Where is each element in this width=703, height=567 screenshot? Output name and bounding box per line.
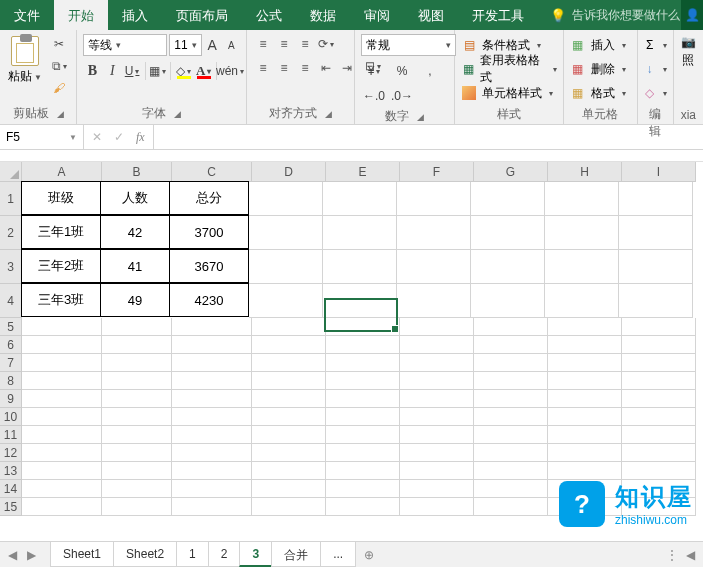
format-painter-button[interactable]: 🖌 (48, 78, 70, 98)
cell[interactable] (622, 336, 696, 354)
scroll-left-button[interactable]: ◀ (686, 548, 695, 562)
border-button[interactable]: ▦▾ (148, 61, 167, 81)
cell[interactable]: 42 (100, 215, 170, 249)
sheet-tab[interactable]: 2 (208, 542, 241, 567)
cell[interactable] (172, 480, 252, 498)
cell[interactable] (619, 284, 693, 318)
underline-button[interactable]: U▾ (123, 61, 142, 81)
cell[interactable] (548, 390, 622, 408)
cell[interactable] (326, 390, 400, 408)
row-header[interactable]: 8 (0, 372, 22, 390)
cell[interactable] (545, 182, 619, 216)
cell[interactable] (400, 444, 474, 462)
font-name-combo[interactable]: 等线▾ (83, 34, 167, 56)
namebox-dropdown-icon[interactable]: ▼ (69, 133, 77, 142)
cell[interactable] (102, 354, 172, 372)
cell[interactable] (545, 216, 619, 250)
cell[interactable] (400, 498, 474, 516)
cell[interactable] (400, 462, 474, 480)
font-size-combo[interactable]: 11▾ (169, 34, 201, 56)
cell[interactable] (471, 182, 545, 216)
tab-file[interactable]: 文件 (0, 0, 54, 30)
sheet-tab[interactable]: 合并 (271, 542, 321, 567)
cell[interactable]: 三年2班 (21, 249, 101, 283)
col-header[interactable]: A (22, 162, 102, 182)
cell[interactable] (622, 354, 696, 372)
cell[interactable] (619, 216, 693, 250)
paste-dropdown-icon[interactable]: ▼ (34, 73, 42, 82)
cell[interactable] (622, 318, 696, 336)
cell[interactable] (172, 372, 252, 390)
cell[interactable] (619, 182, 693, 216)
font-launcher[interactable]: ◢ (174, 109, 181, 119)
row-header[interactable]: 4 (0, 284, 22, 318)
cell[interactable] (249, 250, 323, 284)
copy-button[interactable]: ⧉▾ (48, 56, 70, 76)
cell[interactable] (252, 498, 326, 516)
col-header[interactable]: D (252, 162, 326, 182)
insert-function-button[interactable]: fx (136, 130, 145, 145)
cell[interactable] (102, 336, 172, 354)
cell[interactable]: 3670 (169, 249, 249, 283)
cell[interactable] (474, 408, 548, 426)
cell[interactable] (172, 390, 252, 408)
cell[interactable] (326, 318, 400, 336)
cell[interactable] (548, 318, 622, 336)
cell[interactable]: 三年3班 (21, 283, 101, 317)
cell[interactable]: 49 (100, 283, 170, 317)
sheet-tab[interactable]: Sheet1 (50, 542, 114, 567)
cell[interactable] (172, 426, 252, 444)
increase-decimal-button[interactable]: ←.0 (361, 86, 387, 106)
chevron-down-icon[interactable]: ▾ (553, 65, 557, 74)
cell[interactable]: 4230 (169, 283, 249, 317)
row-header[interactable]: 3 (0, 250, 22, 284)
cell[interactable] (252, 390, 326, 408)
cell[interactable] (326, 426, 400, 444)
tab-developer[interactable]: 开发工具 (458, 0, 538, 30)
col-header[interactable]: I (622, 162, 696, 182)
cell[interactable] (474, 372, 548, 390)
cell[interactable] (249, 216, 323, 250)
cell[interactable] (252, 318, 326, 336)
copy-dropdown-icon[interactable]: ▾ (63, 62, 67, 71)
enter-formula-button[interactable]: ✓ (114, 130, 124, 144)
cell[interactable] (400, 426, 474, 444)
number-launcher[interactable]: ◢ (417, 112, 424, 122)
cell[interactable] (252, 354, 326, 372)
align-top-button[interactable]: ≡ (253, 34, 273, 54)
row-header[interactable]: 2 (0, 216, 22, 250)
decrease-font-button[interactable]: A (223, 35, 240, 55)
cell[interactable] (22, 408, 102, 426)
comma-style-button[interactable]: , (417, 61, 443, 81)
cell[interactable] (172, 444, 252, 462)
percent-button[interactable]: % (389, 61, 415, 81)
insert-cells-button[interactable]: ▦ 插入 ▾ (570, 34, 631, 56)
cell[interactable] (252, 372, 326, 390)
split-handle[interactable]: ⋮ (666, 548, 678, 562)
row-header[interactable]: 12 (0, 444, 22, 462)
clear-button[interactable]: ◇▾ (644, 82, 667, 104)
cell[interactable] (400, 336, 474, 354)
cell[interactable] (622, 462, 696, 480)
cell[interactable] (172, 354, 252, 372)
cell[interactable] (397, 284, 471, 318)
share-button[interactable]: 👤 (681, 0, 703, 30)
cell[interactable] (619, 250, 693, 284)
cell[interactable] (102, 426, 172, 444)
cell[interactable] (323, 284, 397, 318)
snapshot-label[interactable]: 照 (682, 52, 694, 69)
align-left-button[interactable]: ≡ (253, 58, 273, 78)
row-header[interactable]: 1 (0, 182, 22, 216)
col-header[interactable]: E (326, 162, 400, 182)
cell[interactable] (22, 480, 102, 498)
chevron-down-icon[interactable]: ▾ (549, 89, 553, 98)
cell[interactable] (102, 318, 172, 336)
align-right-button[interactable]: ≡ (295, 58, 315, 78)
cell[interactable] (172, 462, 252, 480)
indent-decrease-button[interactable]: ⇤ (316, 58, 336, 78)
cell[interactable] (326, 480, 400, 498)
decrease-decimal-button[interactable]: .0→ (389, 86, 415, 106)
cell[interactable] (474, 480, 548, 498)
indent-increase-button[interactable]: ⇥ (337, 58, 357, 78)
wen-dropdown-icon[interactable]: ▾ (240, 67, 244, 76)
